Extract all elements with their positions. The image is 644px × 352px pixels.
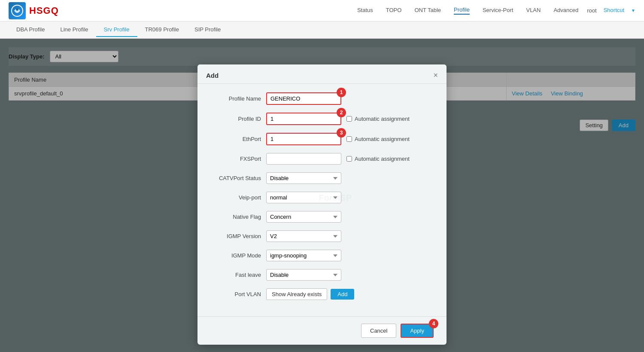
fxsport-checkbox[interactable] <box>346 156 352 162</box>
modal-overlay: Add × Profile Name 1 Profile ID 2 <box>0 39 644 352</box>
step-1-badge: 1 <box>337 88 346 97</box>
igmpversion-label: IGMP Version <box>210 233 266 239</box>
logo-icon <box>9 2 26 19</box>
ethport-input[interactable] <box>266 133 341 145</box>
svg-point-1 <box>16 8 18 11</box>
shortcut-chevron-icon: ▼ <box>631 8 635 13</box>
ethport-auto-assign: Automatic assignment <box>346 136 410 142</box>
fxsport-label: FXSPort <box>210 156 266 162</box>
sub-navigation: DBA Profile Line Profile Srv Profile TR0… <box>0 21 644 39</box>
fastleave-label: Fast leave <box>210 272 266 278</box>
ethport-label: EthPort <box>210 136 266 142</box>
nativeflag-select[interactable]: Concern No Concern <box>266 211 341 223</box>
nav-service-port[interactable]: Service-Port <box>483 7 513 14</box>
nav-vlan[interactable]: VLAN <box>526 7 541 14</box>
fxsport-checkbox-label: Automatic assignment <box>355 156 410 162</box>
profile-name-input[interactable] <box>266 92 341 105</box>
nativeflag-row: Native Flag Concern No Concern <box>210 211 434 223</box>
nav-user: root <box>587 7 596 14</box>
nav-shortcut[interactable]: Shortcut <box>604 7 624 14</box>
apply-button-wrap: 4 Apply <box>401 324 434 338</box>
fastleave-select[interactable]: Disable Enable <box>266 269 341 281</box>
igmpmode-select[interactable]: igmp-snooping igmp-proxy <box>266 250 341 261</box>
veipport-row: Veip-port normal other ForoISP <box>210 192 434 203</box>
modal-header: Add × <box>197 64 447 84</box>
logo-area: HSGQ <box>9 2 59 19</box>
profile-id-row: Profile ID 2 Automatic assignment <box>210 113 434 125</box>
profile-id-checkbox[interactable] <box>346 116 352 122</box>
step-2-badge: 2 <box>337 108 346 117</box>
profile-id-label: Profile ID <box>210 116 266 122</box>
tab-sip-profile[interactable]: SIP Profile <box>187 23 228 37</box>
ethport-row: EthPort 3 Automatic assignment <box>210 133 434 145</box>
catvport-label: CATVPort Status <box>210 175 266 181</box>
profile-id-input[interactable] <box>266 113 341 125</box>
profile-name-row: Profile Name 1 <box>210 92 434 105</box>
veipport-select[interactable]: normal other <box>266 192 341 203</box>
step-3-badge: 3 <box>337 128 346 138</box>
top-navigation: HSGQ Status TOPO ONT Table Profile Servi… <box>0 0 644 21</box>
step-4-badge: 4 <box>429 319 438 328</box>
portvlan-row: Port VLAN Show Already exists Add <box>210 288 434 300</box>
main-content: Display Type: All Profile Name Pro... sr… <box>0 39 644 352</box>
fxsport-row: FXSPort Automatic assignment <box>210 153 434 165</box>
add-modal: Add × Profile Name 1 Profile ID 2 <box>197 64 447 345</box>
tab-dba-profile[interactable]: DBA Profile <box>9 23 52 37</box>
profile-id-checkbox-label: Automatic assignment <box>355 116 410 122</box>
fastleave-row: Fast leave Disable Enable <box>210 269 434 281</box>
catvport-row: CATVPort Status Disable Enable <box>210 172 434 184</box>
veipport-label: Veip-port <box>210 194 266 201</box>
igmpmode-label: IGMP Mode <box>210 252 266 259</box>
tab-line-profile[interactable]: Line Profile <box>52 23 96 37</box>
nativeflag-label: Native Flag <box>210 214 266 220</box>
add-vlan-button[interactable]: Add <box>331 289 354 300</box>
apply-button[interactable]: Apply <box>401 324 434 338</box>
profile-id-auto-assign: Automatic assignment <box>346 116 410 122</box>
tab-tr069-profile[interactable]: TR069 Profile <box>137 23 187 37</box>
nav-status[interactable]: Status <box>357 7 373 14</box>
modal-body: Profile Name 1 Profile ID 2 Auto <box>197 84 447 316</box>
catvport-select[interactable]: Disable Enable <box>266 172 341 184</box>
profile-name-input-wrap: 1 <box>266 92 341 105</box>
igmpmode-row: IGMP Mode igmp-snooping igmp-proxy <box>210 250 434 261</box>
nav-profile[interactable]: Profile <box>454 6 470 15</box>
igmpversion-row: IGMP Version V2 V3 <box>210 230 434 242</box>
nav-right: root Shortcut ▼ <box>587 7 635 14</box>
ethport-input-wrap: 3 <box>266 133 341 145</box>
profile-name-label: Profile Name <box>210 95 266 102</box>
nav-links: Status TOPO ONT Table Profile Service-Po… <box>357 6 578 15</box>
nav-ont-table[interactable]: ONT Table <box>414 7 441 14</box>
nav-topo[interactable]: TOPO <box>386 7 402 14</box>
portvlan-label: Port VLAN <box>210 291 266 297</box>
ethport-checkbox[interactable] <box>346 136 352 142</box>
ethport-checkbox-label: Automatic assignment <box>355 136 410 142</box>
cancel-button[interactable]: Cancel <box>361 324 396 338</box>
fxsport-input[interactable] <box>266 153 341 165</box>
profile-id-input-wrap: 2 <box>266 113 341 125</box>
nav-advanced[interactable]: Advanced <box>553 7 578 14</box>
tab-srv-profile[interactable]: Srv Profile <box>96 23 137 37</box>
fxsport-auto-assign: Automatic assignment <box>346 156 410 162</box>
portvlan-controls: Show Already exists Add <box>266 288 354 300</box>
logo-text: HSGQ <box>29 5 59 16</box>
modal-footer: Cancel 4 Apply <box>197 316 447 345</box>
modal-title: Add <box>206 72 219 79</box>
modal-close-button[interactable]: × <box>433 71 438 79</box>
igmpversion-select[interactable]: V2 V3 <box>266 230 341 242</box>
show-already-exists-button[interactable]: Show Already exists <box>266 288 327 300</box>
